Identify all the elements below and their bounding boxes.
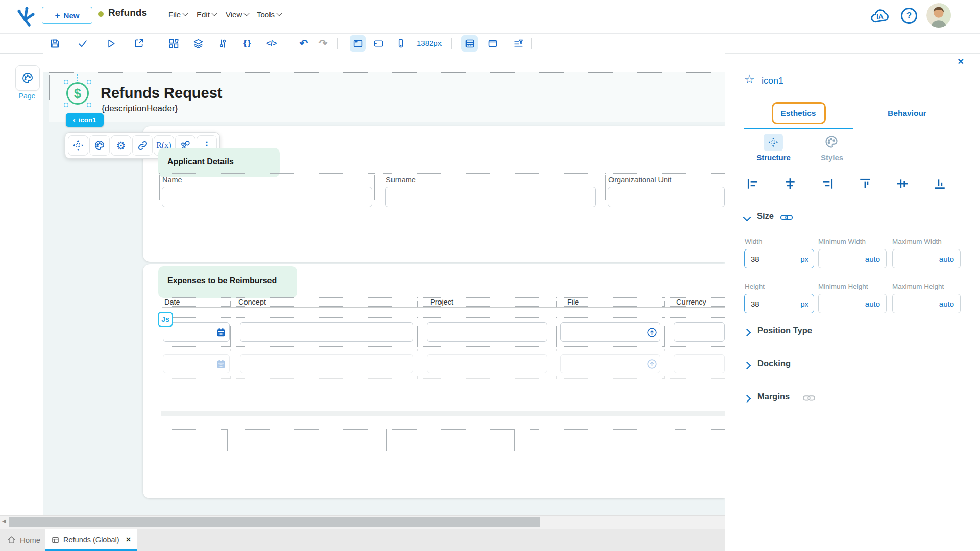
margins-link-icon[interactable]: [802, 393, 816, 403]
redo-button[interactable]: ↷: [315, 35, 331, 52]
favorite-star-icon[interactable]: ☆: [744, 72, 755, 86]
tab-behaviour[interactable]: Behaviour: [853, 109, 961, 118]
ai-assistant-button[interactable]: IA: [869, 6, 891, 26]
save-button[interactable]: [46, 35, 63, 52]
preview-button[interactable]: [103, 35, 119, 52]
selection-handle[interactable]: [87, 103, 91, 107]
col-header-file[interactable]: File: [556, 297, 665, 307]
upload-icon[interactable]: [647, 359, 657, 369]
tab-home[interactable]: Home: [0, 529, 45, 551]
subtab-structure-label[interactable]: Structure: [744, 153, 803, 162]
tab-refunds-global[interactable]: Refunds (Global) ×: [45, 529, 137, 551]
surname-input[interactable]: [385, 187, 596, 207]
project-input[interactable]: [427, 322, 547, 342]
dollar-icon-selection[interactable]: $: [66, 82, 90, 106]
page-palette-button[interactable]: [15, 65, 40, 91]
selection-handle[interactable]: [87, 80, 91, 84]
validate-button[interactable]: [75, 35, 91, 52]
max-width-input[interactable]: [898, 254, 955, 264]
col-header-project[interactable]: Project: [423, 297, 551, 307]
min-width-input[interactable]: [824, 254, 881, 264]
layout-structure-button[interactable]: [461, 35, 478, 52]
menu-edit[interactable]: Edit: [197, 8, 216, 20]
align-right-button[interactable]: [821, 177, 834, 190]
layers-button[interactable]: [190, 35, 206, 52]
expenses-section-title[interactable]: Expenses to be Reimbursed: [167, 276, 277, 285]
element-link-button[interactable]: [132, 135, 153, 156]
project-input[interactable]: [427, 354, 547, 373]
position-type-section[interactable]: Position Type: [757, 325, 812, 335]
subtab-styles[interactable]: [824, 135, 839, 149]
dollar-icon[interactable]: $: [66, 82, 89, 105]
width-input[interactable]: [750, 254, 800, 264]
subtab-structure[interactable]: [764, 134, 783, 151]
widgets-button[interactable]: [165, 35, 182, 52]
currency-input[interactable]: [674, 322, 725, 342]
user-avatar[interactable]: [926, 3, 951, 28]
menu-tools[interactable]: Tools: [257, 8, 281, 20]
page-label[interactable]: Page: [14, 92, 40, 100]
move-element-button[interactable]: [68, 135, 88, 156]
braces-button[interactable]: { }: [239, 35, 255, 52]
height-input[interactable]: [750, 299, 800, 309]
placeholder-cell[interactable]: [386, 429, 515, 461]
selection-handle[interactable]: [64, 80, 68, 84]
concept-input[interactable]: [240, 354, 413, 373]
position-type-chevron[interactable]: [744, 328, 750, 337]
placeholder-cell[interactable]: [162, 429, 228, 461]
size-link-icon[interactable]: [780, 212, 793, 222]
docking-section[interactable]: Docking: [757, 359, 791, 368]
help-button[interactable]: ?: [901, 8, 917, 24]
menu-file[interactable]: File: [168, 8, 187, 20]
name-input[interactable]: [162, 187, 372, 207]
size-section-header[interactable]: Size: [757, 211, 774, 221]
new-button[interactable]: + New: [42, 7, 92, 24]
js-script-badge[interactable]: Js: [158, 312, 173, 327]
form-title[interactable]: Refunds Request: [101, 85, 222, 102]
col-header-concept[interactable]: Concept: [236, 297, 418, 307]
selected-element-tag[interactable]: ‹ icon1: [66, 113, 104, 127]
align-center-vertical-button[interactable]: [896, 177, 909, 190]
col-header-date[interactable]: Date: [162, 297, 231, 307]
col-header-currency[interactable]: Currency: [670, 297, 725, 307]
calendar-icon[interactable]: [216, 327, 226, 337]
concept-input[interactable]: [240, 322, 413, 342]
element-styles-button[interactable]: [89, 135, 110, 156]
align-bottom-button[interactable]: [933, 177, 946, 190]
file-input[interactable]: [560, 354, 660, 373]
source-code-button[interactable]: </>: [263, 35, 280, 52]
table-add-row-zone[interactable]: [162, 380, 725, 393]
subtab-styles-label[interactable]: Styles: [812, 153, 852, 162]
placeholder-cell[interactable]: [675, 429, 725, 461]
upload-icon[interactable]: [647, 327, 657, 338]
device-phone-button[interactable]: [393, 35, 409, 52]
applicant-section-title[interactable]: Applicant Details: [167, 157, 234, 166]
tab-close-icon[interactable]: ×: [126, 535, 131, 545]
device-tablet-button[interactable]: [370, 35, 386, 52]
size-section-chevron[interactable]: [744, 213, 750, 222]
form-subtitle-binding[interactable]: {descriptionHeader}: [102, 104, 178, 114]
margins-section[interactable]: Margins: [757, 392, 790, 402]
min-height-input[interactable]: [824, 299, 881, 309]
flow-button[interactable]: [214, 35, 231, 52]
scroll-left-arrow[interactable]: ◀: [2, 518, 6, 524]
file-input[interactable]: [560, 322, 660, 342]
align-left-button[interactable]: [746, 177, 760, 190]
calendar-icon[interactable]: [216, 359, 226, 369]
tag-back-chevron[interactable]: ‹: [73, 116, 76, 124]
panel-close-button[interactable]: ×: [958, 55, 964, 67]
docking-chevron[interactable]: [744, 361, 750, 370]
align-top-button[interactable]: [859, 177, 872, 190]
placeholder-cell[interactable]: [240, 429, 371, 461]
export-button[interactable]: [131, 35, 147, 52]
align-center-horizontal-button[interactable]: [783, 177, 797, 190]
filter-sort-button[interactable]: [510, 35, 526, 52]
menu-view[interactable]: View: [226, 8, 249, 20]
selection-handle[interactable]: [64, 103, 68, 107]
undo-button[interactable]: ↶: [296, 35, 312, 52]
horizontal-scrollbar-thumb[interactable]: [9, 517, 540, 527]
element-settings-button[interactable]: ⚙: [111, 135, 131, 156]
placeholder-cell[interactable]: [530, 429, 659, 461]
viewport-width-value[interactable]: 1382px: [416, 39, 442, 47]
app-logo[interactable]: [13, 5, 37, 28]
